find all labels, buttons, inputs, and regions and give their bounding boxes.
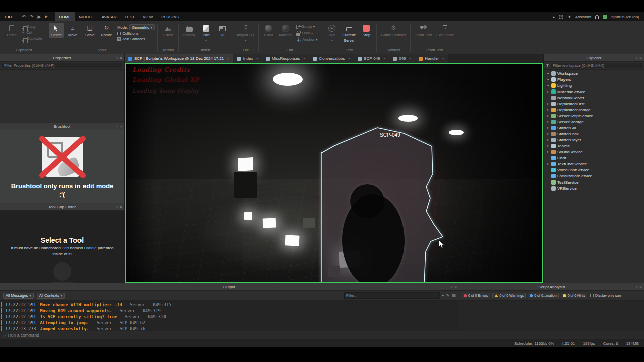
join-surfaces-checkbox-row[interactable]: ✓ Join Surfaces — [117, 37, 154, 41]
tab-model[interactable]: MODEL — [75, 12, 97, 21]
float-panel-icon[interactable]: ▫ — [451, 285, 452, 289]
scale-tool-button[interactable]: ◱ Scale — [82, 23, 97, 38]
close-icon[interactable]: × — [442, 56, 444, 61]
float-panel-icon[interactable]: ▫ — [116, 205, 118, 209]
close-icon[interactable]: × — [227, 56, 229, 61]
expand-arrow-icon[interactable]: ► — [547, 120, 550, 123]
expand-arrow-icon[interactable]: ► — [547, 72, 550, 75]
rotate-tool-button[interactable]: ↻ Rotate — [99, 23, 114, 38]
log-line[interactable]: 17:22:12.591Is SCP currently sitting? tr… — [0, 314, 459, 320]
close-icon[interactable]: × — [639, 56, 642, 60]
float-panel-icon[interactable]: ▫ — [116, 56, 118, 60]
collisions-checkbox[interactable] — [117, 32, 121, 35]
tree-item-workspace[interactable]: ►Workspace — [544, 70, 644, 76]
tree-item-replicatedfirst[interactable]: ►ReplicatedFirst — [544, 101, 644, 107]
chevron-down-icon[interactable]: ▾ — [442, 294, 444, 297]
expand-arrow-icon[interactable]: ► — [547, 150, 550, 153]
expand-arrow-icon[interactable]: ► — [547, 132, 550, 135]
3d-viewport[interactable]: SCP-049 Loading Credits Loading Global X… — [125, 63, 543, 283]
current-mode-button[interactable]: Current: Server — [341, 23, 357, 43]
log-line[interactable]: 17:22:12.591Move chance WITH multiplier:… — [0, 302, 459, 308]
tab-home[interactable]: HOME — [55, 12, 75, 21]
close-icon[interactable]: × — [120, 124, 122, 129]
information-filter-button[interactable]: 0 of 0...mation — [528, 293, 558, 298]
join-surfaces-checkbox[interactable]: ✓ — [117, 37, 121, 41]
tree-item-textchatservice[interactable]: ►TextChatService — [544, 161, 644, 167]
tree-item-localizationservice[interactable]: ►LocalizationService — [544, 173, 644, 179]
avatar[interactable] — [603, 15, 607, 19]
close-icon[interactable]: × — [383, 56, 386, 61]
log-line[interactable]: 17:22:12.591Moving 049 around waypoints.… — [0, 308, 459, 314]
stop-button[interactable]: Stop — [359, 23, 374, 38]
doc-tab-scp-049[interactable]: SCP-049 × — [354, 54, 389, 63]
expand-arrow-icon[interactable]: ► — [547, 102, 550, 105]
command-bar-input[interactable] — [8, 333, 641, 338]
tree-item-vrservice[interactable]: ►VRService — [544, 185, 644, 191]
tab-test[interactable]: TEST — [120, 12, 138, 21]
tree-item-voicechatservice[interactable]: ►VoiceChatService — [544, 167, 644, 173]
expand-arrow-icon[interactable]: ► — [547, 108, 550, 111]
close-icon[interactable]: × — [454, 285, 457, 289]
move-tool-button[interactable]: ↔↕ Move — [65, 23, 80, 38]
output-filter-input[interactable] — [344, 292, 440, 299]
close-icon[interactable]: × — [120, 205, 122, 209]
doc-tab-index[interactable]: Index × — [233, 54, 262, 63]
tree-item-startergui[interactable]: ►StarterGui — [544, 125, 644, 131]
assistant-button[interactable]: Assistant — [575, 15, 591, 19]
tree-item-lighting[interactable]: ►Lighting — [544, 82, 644, 88]
display-only-checkbox-box[interactable] — [590, 294, 594, 297]
expand-arrow-icon[interactable]: ► — [547, 162, 550, 165]
properties-filter-input[interactable] — [2, 63, 122, 68]
close-icon[interactable]: × — [348, 56, 350, 61]
chevron-down-icon[interactable]: ▾ — [205, 39, 207, 42]
material-button[interactable]: Material — [278, 23, 294, 38]
redo-icon[interactable]: ↷ — [30, 14, 34, 19]
undo-icon[interactable]: ↶ — [22, 14, 26, 19]
import-3d-button[interactable]: ↧ Import 3D ▾ — [236, 23, 256, 43]
tree-item-teams[interactable]: ►Teams — [544, 143, 644, 149]
terrain-editor-button[interactable]: Editor — [160, 23, 176, 38]
tree-item-starterplayer[interactable]: ►StarterPlayer — [544, 137, 644, 143]
explorer-filter-input[interactable] — [551, 63, 642, 68]
expand-arrow-icon[interactable]: ► — [547, 138, 550, 141]
copy-button[interactable]: Copy — [21, 24, 43, 29]
doc-tab-workspace[interactable]: SCP | Scripter's Workspace @ 18 Dec 2024… — [125, 54, 233, 63]
contexts-filter-dropdown[interactable]: All Contexts ▾ — [37, 293, 65, 299]
mode-dropdown[interactable]: Geometric ▾ — [129, 24, 155, 30]
close-icon[interactable]: × — [639, 285, 642, 289]
errors-filter-button[interactable]: 0 of 0 Errors — [462, 293, 490, 298]
paste-button[interactable]: Paste — [4, 23, 19, 38]
toolbox-button[interactable]: Toolbox — [181, 23, 197, 38]
tree-item-serverstorage[interactable]: ►ServerStorage — [544, 119, 644, 125]
tab-plugins[interactable]: PLUGINS — [157, 12, 183, 21]
game-settings-button[interactable]: ⚙ Game Settings — [379, 23, 408, 38]
help-icon[interactable]: ? — [559, 15, 564, 19]
word-wrap-icon[interactable]: ▦ — [452, 293, 456, 298]
doc-tab-049[interactable]: 049 × — [389, 54, 415, 63]
anchor-button[interactable]: ⚓ Anchor ▾ — [295, 37, 318, 42]
tree-item-chat[interactable]: ►Chat — [544, 155, 644, 161]
color-button[interactable]: Color — [261, 23, 276, 38]
doc-tab-miscresponses[interactable]: MiscResponses × — [262, 54, 309, 63]
part-button[interactable]: Part ▾ — [199, 23, 214, 43]
log-line[interactable]: 17:22:12.591Attempting to jump.-Server -… — [0, 320, 459, 326]
run-button[interactable]: ▶ Run ▾ — [324, 23, 339, 43]
file-menu[interactable]: FILE — [0, 12, 19, 21]
notifications-icon[interactable] — [595, 15, 599, 19]
exit-game-button[interactable]: Exit Game — [435, 23, 455, 38]
float-panel-icon[interactable]: ▫ — [636, 285, 637, 289]
hints-filter-button[interactable]: 0 of 0 Hints — [561, 293, 587, 298]
expand-arrow-icon[interactable]: ► — [547, 78, 550, 81]
expand-arrow-icon[interactable]: ► — [547, 84, 550, 87]
ui-button[interactable]: UI — [215, 23, 230, 38]
collisions-checkbox-row[interactable]: Collisions — [117, 31, 154, 36]
tree-item-materialservice[interactable]: ►MaterialService — [544, 88, 644, 95]
tree-item-networkserver[interactable]: ►NetworkServer — [544, 95, 644, 101]
expand-arrow-icon[interactable]: ► — [547, 144, 550, 147]
tree-item-players[interactable]: ►Players — [544, 76, 644, 82]
group-button[interactable]: Group ▾ — [295, 24, 318, 29]
expand-arrow-icon[interactable]: ► — [547, 90, 550, 93]
tree-item-testservice[interactable]: ►TestService — [544, 179, 644, 185]
play-icon[interactable]: ▶ — [37, 14, 41, 19]
close-icon[interactable]: × — [256, 56, 258, 61]
